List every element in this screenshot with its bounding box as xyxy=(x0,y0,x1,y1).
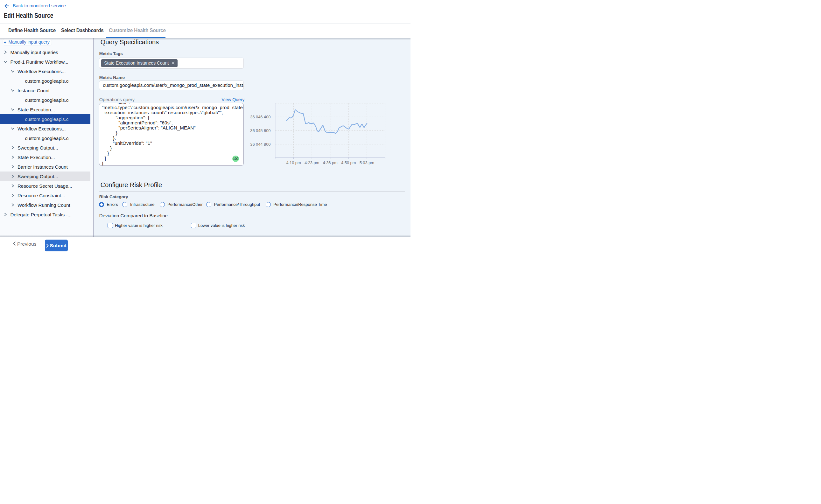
add-manual-query-label: Manually input query xyxy=(9,39,50,45)
chevron-down-icon[interactable] xyxy=(4,60,7,64)
previous-button[interactable]: Previous xyxy=(13,241,36,247)
tree-item-label: Barrier Instances Count xyxy=(18,164,68,170)
query-specifications-rule xyxy=(99,49,405,49)
tree-item[interactable]: Manually input queries xyxy=(0,47,90,57)
chevron-right-icon[interactable] xyxy=(11,184,15,188)
footer: Previous Submit xyxy=(0,237,411,252)
tree-item[interactable]: custom.googleapis.com/user/x_mongo_prod xyxy=(0,95,90,105)
chevron-right-icon[interactable] xyxy=(11,146,15,150)
tree-item-label: custom.googleapis.com/user/x_mongo_prod xyxy=(25,78,69,84)
content: + Manually input query Manually input qu… xyxy=(0,38,411,237)
tree-item[interactable]: Delegate Perpetual Tasks -... xyxy=(0,210,90,219)
page-title: Edit Health Source xyxy=(4,11,53,20)
risk-radio-infrastructure[interactable]: Infrastructure xyxy=(122,202,154,207)
x-axis-tick-label: 4:23 pm xyxy=(304,160,319,165)
header: Back to monitored service Edit Health So… xyxy=(0,0,411,24)
sidebar: + Manually input query Manually input qu… xyxy=(0,38,94,237)
remove-tag-icon[interactable] xyxy=(172,61,175,65)
x-axis-tick-label: 4:50 pm xyxy=(341,160,356,165)
operations-query-textarea[interactable]: "filter": "metric.type=\"custom.googleap… xyxy=(99,103,244,166)
risk-category-label: Risk Category xyxy=(99,194,128,200)
tree-item-label: State Execution... xyxy=(18,107,55,112)
tree-item[interactable]: Barrier Instances Count xyxy=(0,162,90,171)
tree-item-label: Prod-1 Runtime Workflow... xyxy=(11,59,68,65)
tree-item[interactable]: custom.googleapis.com/user/x_mongo_prod xyxy=(0,76,90,86)
metric-tag-chip-label: State Execution Instances Count xyxy=(104,60,169,66)
tab-define-health-source[interactable]: Define Health Source xyxy=(8,27,56,33)
checkbox-unchecked-icon[interactable] xyxy=(108,223,113,228)
add-manual-query-button[interactable]: + Manually input query xyxy=(3,39,52,46)
chevron-right-icon[interactable] xyxy=(11,155,15,159)
tree-item-label: custom.googleapis.com/user/x_mongo_prod xyxy=(25,116,69,122)
radio-unchecked-icon[interactable] xyxy=(266,202,271,207)
chevron-down-icon[interactable] xyxy=(11,88,15,92)
tree-item[interactable]: State Execution... xyxy=(0,152,90,162)
chevron-right-icon xyxy=(46,244,49,248)
deviation-checkbox-higher[interactable]: Higher value is higher risk xyxy=(108,223,163,228)
chevron-right-icon[interactable] xyxy=(11,203,15,207)
chevron-down-icon[interactable] xyxy=(11,108,15,111)
tree-item[interactable]: Workflow Running Count xyxy=(0,200,90,210)
tree-item-label: State Execution... xyxy=(18,155,55,160)
submit-button-label: Submit xyxy=(50,243,67,249)
query-specifications-heading: Query Specifications xyxy=(101,38,159,46)
configure-risk-profile-rule xyxy=(99,192,405,192)
metric-preview-chart: 36 046 40036 045 60036 044 8004:10 pm4:2… xyxy=(248,99,392,167)
tree-item[interactable]: Sweeping Output... xyxy=(0,171,90,181)
metric-tags-input[interactable]: State Execution Instances Count xyxy=(99,58,244,69)
metric-name-value: custom.googleapis.com/user/x_mongo_prod_… xyxy=(103,81,243,90)
tree-item-label: Sweeping Output... xyxy=(18,145,58,151)
chevron-right-icon[interactable] xyxy=(11,165,15,169)
radio-unchecked-icon[interactable] xyxy=(122,202,127,207)
tree-item[interactable]: Sweeping Output... xyxy=(0,143,90,152)
tree-item-label: Sweeping Output... xyxy=(18,174,58,179)
deviation-label: Deviation Compared to Baseline xyxy=(99,213,168,219)
tab-customize-health-source[interactable]: Customize Health Source xyxy=(109,27,166,33)
radio-unchecked-icon[interactable] xyxy=(160,202,165,207)
risk-radio-performance-throughput[interactable]: Performance/Throughput xyxy=(206,202,260,207)
checkbox-unchecked-icon[interactable] xyxy=(191,223,196,228)
tree-item[interactable]: Workflow Executions... xyxy=(0,67,90,76)
main-panel: Query Specifications Metric Tags State E… xyxy=(94,38,411,237)
metric-tree: Manually input queriesProd-1 Runtime Wor… xyxy=(0,47,93,219)
radio-checked-icon[interactable] xyxy=(99,202,104,207)
tree-item-label: custom.googleapis.com/user/x_mongo_prod xyxy=(25,97,69,103)
chevron-right-icon[interactable] xyxy=(4,50,7,54)
x-axis-tick-label: 5:03 pm xyxy=(359,160,374,165)
y-axis-tick-label: 36 044 800 xyxy=(250,142,270,147)
query-score-badge: 100 xyxy=(232,156,239,162)
metric-name-input[interactable]: custom.googleapis.com/user/x_mongo_prod_… xyxy=(99,81,244,90)
risk-radio-errors[interactable]: Errors xyxy=(99,202,118,207)
tree-item[interactable]: Prod-1 Runtime Workflow... xyxy=(0,57,90,67)
tree-item-label: Instance Count xyxy=(18,88,50,93)
radio-unchecked-icon[interactable] xyxy=(206,202,211,207)
back-arrow-icon xyxy=(4,4,9,8)
risk-radio-performance-response-time[interactable]: Performance/Response Time xyxy=(266,202,327,207)
y-axis-tick-label: 36 046 400 xyxy=(250,115,270,119)
tree-item[interactable]: custom.googleapis.com/user/x_mongo_prod xyxy=(0,133,90,143)
tab-bar: Define Health Source Select Dashboards C… xyxy=(0,24,411,38)
chevron-right-icon[interactable] xyxy=(11,174,15,178)
tree-item[interactable]: custom.googleapis.com/user/x_mongo_prod xyxy=(0,114,90,124)
chevron-down-icon[interactable] xyxy=(11,69,15,73)
tree-item-label: Workflow Executions... xyxy=(18,69,66,74)
risk-radio-performance-other[interactable]: Performance/Other xyxy=(160,202,203,207)
submit-button[interactable]: Submit xyxy=(45,240,68,251)
radio-label: Performance/Other xyxy=(167,202,203,207)
chevron-down-icon[interactable] xyxy=(11,127,15,130)
radio-label: Errors xyxy=(107,202,118,207)
tree-item[interactable]: Resource Constraint... xyxy=(0,191,90,200)
chevron-right-icon[interactable] xyxy=(11,193,15,197)
chevron-right-icon[interactable] xyxy=(4,213,7,216)
deviation-checkbox-lower[interactable]: Lower value is higher risk xyxy=(191,223,245,228)
tree-item[interactable]: Instance Count xyxy=(0,86,90,95)
checkbox-label: Lower value is higher risk xyxy=(198,223,245,228)
view-query-link[interactable]: View Query xyxy=(221,96,244,103)
tree-item-label: Workflow Running Count xyxy=(18,202,70,208)
tree-item[interactable]: Resource Secret Usage... xyxy=(0,181,90,191)
back-link[interactable]: Back to monitored service xyxy=(4,3,66,8)
tree-item[interactable]: State Execution... xyxy=(0,105,90,114)
plus-icon: + xyxy=(4,39,6,45)
tab-select-dashboards[interactable]: Select Dashboards xyxy=(61,27,104,33)
tree-item[interactable]: Workflow Executions... xyxy=(0,124,90,133)
